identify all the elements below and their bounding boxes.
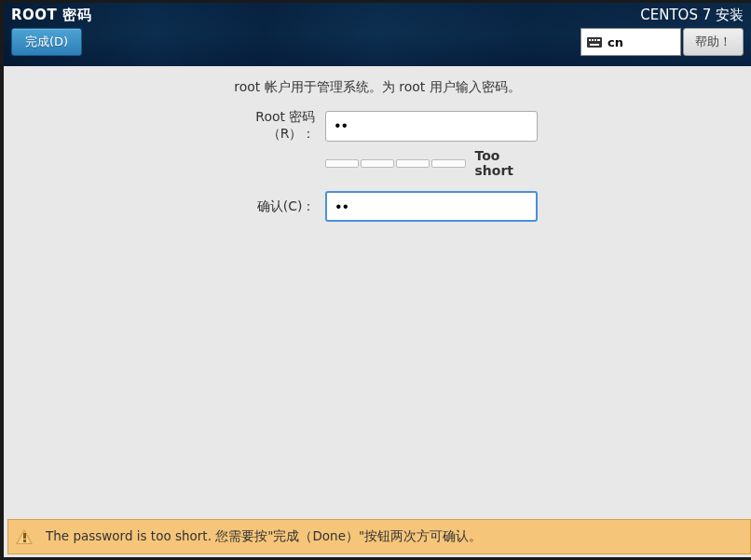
confirm-label: 确认(C)： — [218, 198, 316, 215]
strength-segment-2 — [361, 159, 394, 168]
strength-meter — [325, 159, 466, 168]
strength-segment-4 — [431, 159, 465, 168]
header-right: CENTOS 7 安装 cn 帮助！ — [580, 7, 744, 59]
warning-message: The password is too short. 您需要按"完成（Done）… — [46, 528, 482, 545]
password-row: Root 密码（R）： — [218, 109, 538, 143]
confirm-password-input[interactable] — [325, 191, 538, 222]
password-label: Root 密码（R）： — [218, 109, 316, 143]
content-area: root 帐户用于管理系统。为 root 用户输入密码。 Root 密码（R）：… — [4, 66, 751, 557]
done-button[interactable]: 完成(D) — [11, 28, 82, 56]
keyboard-icon — [587, 37, 602, 48]
strength-row: Too short — [325, 148, 538, 178]
keyboard-layout-indicator[interactable]: cn — [580, 28, 681, 56]
header-controls: cn 帮助！ — [580, 28, 744, 56]
warning-icon — [16, 529, 33, 544]
confirm-row: 确认(C)： — [218, 191, 538, 222]
strength-text: Too short — [475, 148, 538, 178]
strength-segment-1 — [325, 159, 359, 168]
root-password-input[interactable] — [325, 111, 538, 142]
header: ROOT 密码 完成(D) CENTOS 7 安装 cn 帮助！ — [4, 3, 751, 66]
warning-bar: The password is too short. 您需要按"完成（Done）… — [7, 519, 751, 554]
lang-code: cn — [608, 35, 623, 49]
page-title: ROOT 密码 — [11, 7, 91, 24]
header-left: ROOT 密码 完成(D) — [11, 7, 91, 59]
install-title: CENTOS 7 安装 — [640, 7, 744, 24]
strength-segment-3 — [396, 159, 430, 168]
description-text: root 帐户用于管理系统。为 root 用户输入密码。 — [234, 79, 521, 96]
help-button[interactable]: 帮助！ — [683, 28, 744, 56]
